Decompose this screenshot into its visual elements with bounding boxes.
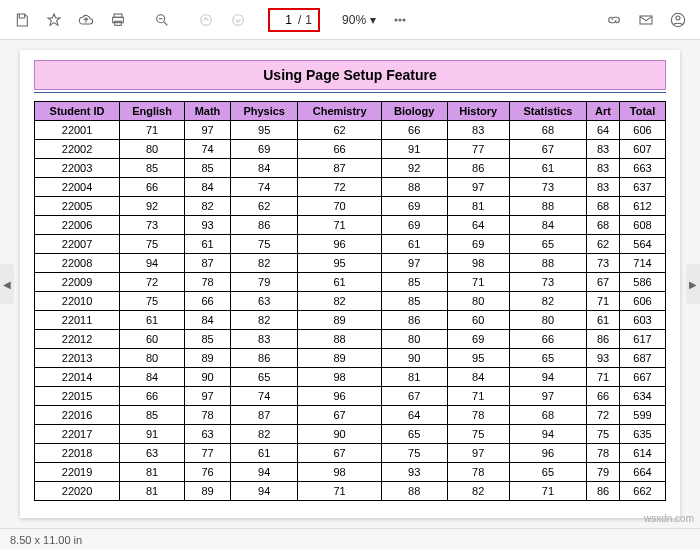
- table-cell: 95: [231, 121, 298, 140]
- table-cell: 82: [298, 292, 382, 311]
- table-cell: 73: [586, 254, 619, 273]
- page-dimensions: 8.50 x 11.00 in: [10, 534, 82, 546]
- table-cell: 95: [447, 349, 509, 368]
- table-cell: 85: [184, 159, 230, 178]
- table-cell: 84: [509, 216, 586, 235]
- table-cell: 81: [381, 368, 447, 387]
- zoom-value: 90%: [342, 13, 366, 27]
- table-cell: 608: [620, 216, 666, 235]
- table-cell: 71: [298, 216, 382, 235]
- table-cell: 69: [381, 197, 447, 216]
- table-cell: 22003: [35, 159, 120, 178]
- zoom-selector[interactable]: 90% ▾: [336, 13, 382, 27]
- table-cell: 87: [184, 254, 230, 273]
- table-cell: 75: [586, 425, 619, 444]
- table-cell: 60: [120, 330, 185, 349]
- table-cell: 73: [509, 178, 586, 197]
- email-button[interactable]: [632, 6, 660, 34]
- column-header: English: [120, 102, 185, 121]
- table-cell: 66: [586, 387, 619, 406]
- table-cell: 65: [231, 368, 298, 387]
- next-page-handle[interactable]: ▶: [686, 264, 700, 304]
- table-cell: 87: [231, 406, 298, 425]
- table-cell: 606: [620, 121, 666, 140]
- table-row: 220046684747288977383637: [35, 178, 666, 197]
- table-cell: 84: [447, 368, 509, 387]
- table-cell: 77: [184, 444, 230, 463]
- table-cell: 85: [120, 159, 185, 178]
- cloud-upload-button[interactable]: [72, 6, 100, 34]
- table-cell: 606: [620, 292, 666, 311]
- table-cell: 90: [298, 425, 382, 444]
- table-cell: 22020: [35, 482, 120, 501]
- svg-point-8: [395, 19, 397, 21]
- table-cell: 89: [184, 482, 230, 501]
- table-cell: 78: [447, 463, 509, 482]
- title-underline: [34, 92, 666, 93]
- table-cell: 79: [586, 463, 619, 482]
- table-row: 220168578876764786872599: [35, 406, 666, 425]
- table-cell: 94: [509, 368, 586, 387]
- table-cell: 22017: [35, 425, 120, 444]
- star-button[interactable]: [40, 6, 68, 34]
- more-button[interactable]: [386, 6, 414, 34]
- table-cell: 63: [120, 444, 185, 463]
- page-down-button[interactable]: [224, 6, 252, 34]
- table-cell: 86: [381, 311, 447, 330]
- svg-point-10: [403, 19, 405, 21]
- table-cell: 82: [184, 197, 230, 216]
- table-cell: 97: [509, 387, 586, 406]
- table-cell: 79: [231, 273, 298, 292]
- table-row: 220198176949893786579664: [35, 463, 666, 482]
- table-row: 220038585848792866183663: [35, 159, 666, 178]
- table-cell: 65: [381, 425, 447, 444]
- table-cell: 94: [120, 254, 185, 273]
- table-cell: 66: [298, 140, 382, 159]
- svg-point-13: [676, 16, 680, 20]
- table-cell: 68: [586, 197, 619, 216]
- svg-point-7: [233, 14, 244, 25]
- table-cell: 64: [447, 216, 509, 235]
- table-cell: 67: [509, 140, 586, 159]
- column-header: Math: [184, 102, 230, 121]
- table-cell: 61: [120, 311, 185, 330]
- table-cell: 65: [509, 463, 586, 482]
- table-cell: 90: [184, 368, 230, 387]
- table-cell: 75: [231, 235, 298, 254]
- table-cell: 75: [120, 235, 185, 254]
- table-cell: 92: [120, 197, 185, 216]
- print-button[interactable]: [104, 6, 132, 34]
- table-cell: 67: [298, 444, 382, 463]
- table-cell: 80: [381, 330, 447, 349]
- table-cell: 83: [231, 330, 298, 349]
- table-cell: 71: [447, 387, 509, 406]
- table-cell: 85: [381, 273, 447, 292]
- table-cell: 714: [620, 254, 666, 273]
- account-button[interactable]: [664, 6, 692, 34]
- table-cell: 67: [586, 273, 619, 292]
- table-cell: 75: [120, 292, 185, 311]
- table-cell: 64: [381, 406, 447, 425]
- table-cell: 84: [120, 368, 185, 387]
- table-cell: 83: [586, 140, 619, 159]
- page-current-input[interactable]: [276, 12, 294, 28]
- table-cell: 80: [120, 140, 185, 159]
- table-cell: 88: [381, 178, 447, 197]
- table-cell: 82: [231, 254, 298, 273]
- table-row: 220138089868990956593687: [35, 349, 666, 368]
- table-cell: 98: [298, 368, 382, 387]
- zoom-out-button[interactable]: [148, 6, 176, 34]
- table-cell: 91: [381, 140, 447, 159]
- table-cell: 71: [447, 273, 509, 292]
- table-cell: 94: [231, 463, 298, 482]
- table-cell: 69: [447, 235, 509, 254]
- page-up-button[interactable]: [192, 6, 220, 34]
- document-viewer: ◀ ▶ Using Page Setup Feature Student IDE…: [0, 40, 700, 528]
- table-cell: 83: [447, 121, 509, 140]
- table-cell: 61: [509, 159, 586, 178]
- save-button[interactable]: [8, 6, 36, 34]
- link-button[interactable]: [600, 6, 628, 34]
- table-cell: 22001: [35, 121, 120, 140]
- table-cell: 68: [509, 406, 586, 425]
- prev-page-handle[interactable]: ◀: [0, 264, 14, 304]
